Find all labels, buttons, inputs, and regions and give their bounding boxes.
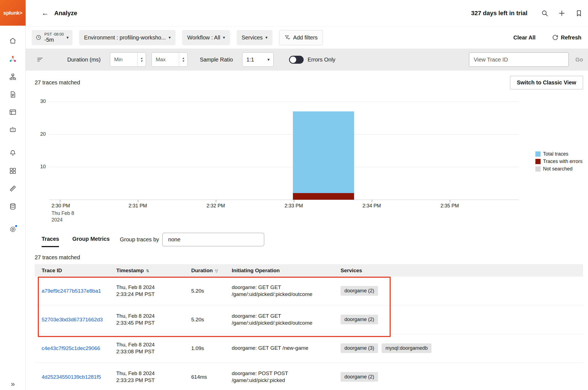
services-cell: doorgame (3) mysql:doorgamedb: [334, 343, 583, 353]
stepper-down-icon[interactable]: ▾: [141, 60, 142, 63]
clock-icon: [36, 34, 42, 41]
view-trace-id-input[interactable]: [469, 52, 569, 67]
legend-label: Traces with errors: [543, 159, 582, 164]
create-button[interactable]: [558, 10, 565, 17]
x-axis-tick: [294, 200, 294, 202]
bell-icon: [9, 149, 17, 157]
service-badge[interactable]: doorgame (2): [341, 315, 378, 324]
chevron-down-icon: ▾: [169, 35, 171, 40]
chart-gridline: [49, 134, 519, 135]
duration-cell: 614ms: [184, 374, 225, 380]
x-axis-tick-label: 2:32 PM: [206, 203, 225, 209]
legend-item: Traces with errors: [535, 159, 582, 164]
trace-filter-toolbar: Duration (ms) ▴ ▾ ▴ ▾ Sample Ratio 1:1 ▾: [26, 49, 588, 71]
sidebar-expand-button[interactable]: »: [0, 380, 26, 388]
trace-id-link[interactable]: 52703e3bd3d67371662d3: [42, 317, 109, 323]
sidebar-item-home[interactable]: [0, 34, 26, 47]
environment-filter[interactable]: Environment : profiling-worksho... ▾: [79, 30, 176, 45]
search-icon: [541, 10, 548, 17]
chevron-double-right-icon: »: [11, 380, 15, 388]
operation-cell: doorgame: GET GET /game/:uid/picked/:pic…: [225, 313, 334, 326]
header-timestamp[interactable]: Timestamp⇅: [109, 268, 184, 274]
timestamp-cell: Thu, Feb 8 2024 2:33:45 PM PST: [109, 313, 184, 326]
chart-gridline: [49, 101, 519, 102]
duration-cell: 5.20s: [184, 317, 225, 323]
service-badge[interactable]: doorgame (3): [341, 343, 378, 353]
switch-classic-view-button[interactable]: Switch to Classic View: [510, 76, 583, 89]
trace-id-link[interactable]: 4d25234550139cb1281f5: [42, 374, 109, 380]
sidebar-item-alerts[interactable]: [0, 146, 26, 159]
time-range-picker[interactable]: PST -08:00 -5m ▾: [32, 30, 72, 45]
sidebar-item-metrics[interactable]: [0, 164, 26, 177]
y-axis-tick-label: 20: [35, 131, 46, 137]
stepper-arrows[interactable]: ▴ ▾: [137, 53, 145, 66]
splunk-logo[interactable]: splunk>: [0, 0, 26, 26]
environment-filter-label: Environment : profiling-worksho...: [84, 34, 166, 41]
sidebar-item-rum[interactable]: [0, 182, 26, 195]
table-header-row: Trace ID Timestamp⇅ Duration▽ Initiating…: [35, 264, 583, 277]
stepper-arrows[interactable]: ▴ ▾: [179, 53, 187, 66]
log-observer-icon: [9, 91, 17, 98]
timestamp-cell: Thu, Feb 8 2024 2:33:23 PM PST: [109, 370, 184, 384]
services-cell: doorgame (2): [334, 372, 583, 382]
x-axis-tick-label: 2:31 PM: [128, 203, 147, 209]
filter-options-button[interactable]: [36, 56, 44, 63]
trace-id-link[interactable]: c4e43c7f925c1dec29066: [42, 345, 109, 351]
apm-icon: [9, 55, 17, 63]
duration-label: Duration (ms): [67, 57, 101, 63]
x-axis-tick-label: 2:33 PM: [284, 203, 303, 209]
results-header: 27 traces matched Switch to Classic View: [35, 76, 583, 89]
group-traces-by-select[interactable]: none: [162, 233, 264, 246]
header-duration[interactable]: Duration▽: [184, 268, 225, 274]
legend-swatch-not-searched: [535, 166, 541, 172]
search-button[interactable]: [541, 10, 548, 17]
workflow-filter[interactable]: Workflow : All ▾: [182, 30, 230, 45]
header-trace-id: Trace ID: [35, 268, 109, 274]
group-traces-by-label: Group traces by: [120, 236, 159, 243]
sidebar-item-apm[interactable]: [0, 52, 26, 65]
tab-traces[interactable]: Traces: [42, 232, 59, 247]
add-filters-button[interactable]: Add filters: [279, 30, 323, 45]
database-icon: [9, 203, 17, 210]
legend-swatch-total: [535, 151, 541, 157]
chart-bar[interactable]: [293, 111, 354, 200]
timestamp-cell: Thu, Feb 8 2024 2:33:08 PM PST: [109, 341, 184, 355]
go-button[interactable]: Go: [575, 57, 583, 63]
chevron-down-icon: ▾: [268, 57, 270, 62]
tab-group-metrics[interactable]: Group Metrics: [72, 232, 110, 247]
refresh-button[interactable]: Refresh: [552, 34, 581, 41]
funnel-plus-icon: [284, 34, 290, 41]
traces-histogram: 30 20 10 2:30 PM 2:31 PM 2:32 PM 2:3: [35, 93, 583, 228]
sidebar-item-infrastructure[interactable]: [0, 70, 26, 83]
x-axis-tick-label: 2:30 PM: [52, 203, 70, 209]
results-tabs: Traces Group Metrics Group traces by non…: [35, 232, 583, 247]
bar-errors-segment: [293, 193, 354, 200]
chart-legend: Total traces Traces with errors Not sear…: [535, 151, 582, 172]
operation-cell: doorgame: GET GET /new-game: [225, 345, 334, 352]
trace-id-link[interactable]: a79ef9c2477b5137e8ba1: [42, 288, 109, 294]
workflow-filter-label: Workflow : All: [187, 34, 220, 41]
y-axis-tick-label: 10: [35, 164, 46, 170]
chart-plot-area: 30 20 10 2:30 PM 2:31 PM 2:32 PM 2:3: [49, 93, 519, 228]
sidebar-item-log-observer[interactable]: [0, 88, 26, 101]
service-badge[interactable]: mysql:doorgamedb: [382, 343, 431, 353]
sidebar-item-settings[interactable]: [0, 223, 26, 236]
errors-only-toggle[interactable]: [289, 56, 304, 64]
stepper-down-icon[interactable]: ▾: [182, 60, 184, 63]
legend-item: Not searched: [535, 166, 582, 172]
sidebar-item-synthetics[interactable]: [0, 123, 26, 136]
sidebar-item-data-management[interactable]: [0, 200, 26, 213]
services-cell: doorgame (2): [334, 315, 583, 324]
clear-all-button[interactable]: Clear All: [513, 34, 535, 41]
back-button[interactable]: ←: [42, 9, 49, 17]
service-badge[interactable]: doorgame (2): [341, 372, 378, 382]
sidebar-item-dashboards[interactable]: [0, 105, 26, 119]
bookmark-button[interactable]: [575, 10, 582, 17]
x-axis-tick-label: 2:34 PM: [362, 203, 381, 209]
x-axis-tick: [372, 200, 372, 202]
services-filter[interactable]: Services ▾: [237, 30, 273, 45]
service-badge[interactable]: doorgame (2): [341, 286, 378, 296]
splunk-logo-text: splunk>: [3, 10, 22, 16]
toggle-knob: [290, 57, 296, 63]
sample-ratio-select[interactable]: 1:1 ▾: [242, 52, 274, 67]
